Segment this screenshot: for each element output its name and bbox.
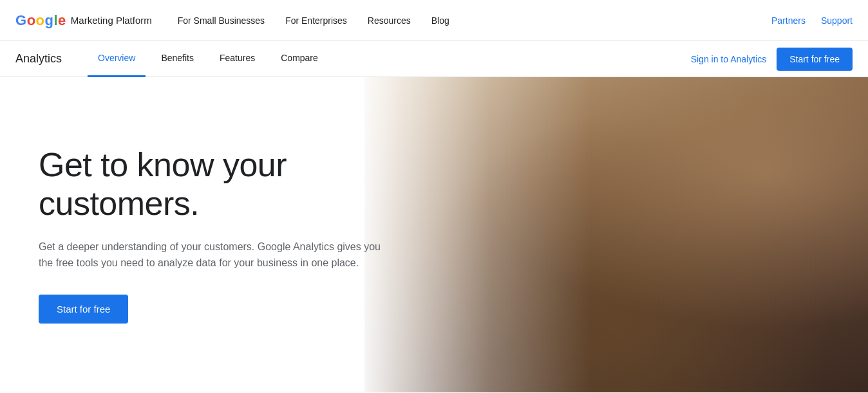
hero-cta-button[interactable]: Start for free	[39, 295, 128, 324]
logo-g2: g	[45, 12, 53, 29]
secondary-navigation: Analytics Overview Benefits Features Com…	[0, 41, 868, 77]
nav-link-enterprises[interactable]: For Enterprises	[285, 15, 347, 26]
hero-content: Get to know your customers. Get a deeper…	[0, 77, 477, 392]
logo-o2: o	[36, 12, 44, 29]
logo-area[interactable]: Google Marketing Platform	[15, 12, 152, 29]
support-link[interactable]: Support	[821, 15, 853, 26]
secondary-nav-links: Overview Benefits Features Compare	[88, 41, 691, 77]
secondary-nav-right: Sign in to Analytics Start for free	[691, 48, 853, 71]
partners-link[interactable]: Partners	[771, 15, 806, 26]
sec-nav-overview[interactable]: Overview	[88, 41, 146, 77]
logo-g: G	[15, 12, 26, 29]
nav-link-resources[interactable]: Resources	[368, 15, 411, 26]
platform-name: Marketing Platform	[71, 15, 152, 26]
analytics-product-label: Analytics	[15, 52, 62, 66]
nav-link-small-business[interactable]: For Small Businesses	[178, 15, 265, 26]
sec-nav-benefits[interactable]: Benefits	[151, 41, 204, 77]
sign-in-link[interactable]: Sign in to Analytics	[691, 54, 767, 64]
sec-nav-compare[interactable]: Compare	[270, 41, 328, 77]
top-navigation: Google Marketing Platform For Small Busi…	[0, 0, 868, 41]
start-free-button-nav[interactable]: Start for free	[777, 48, 853, 71]
logo-e: e	[58, 12, 66, 29]
sec-nav-features[interactable]: Features	[209, 41, 265, 77]
hero-section: Get to know your customers. Get a deeper…	[0, 77, 868, 392]
top-nav-right: Partners Support	[771, 15, 853, 26]
logo-o1: o	[27, 12, 35, 29]
top-nav-links: For Small Businesses For Enterprises Res…	[178, 15, 771, 26]
hero-subtext: Get a deeper understanding of your custo…	[39, 239, 386, 271]
hero-headline: Get to know your customers.	[39, 146, 439, 223]
nav-link-blog[interactable]: Blog	[431, 15, 449, 26]
logo-l: l	[53, 12, 57, 29]
google-logo: Google	[15, 12, 66, 29]
